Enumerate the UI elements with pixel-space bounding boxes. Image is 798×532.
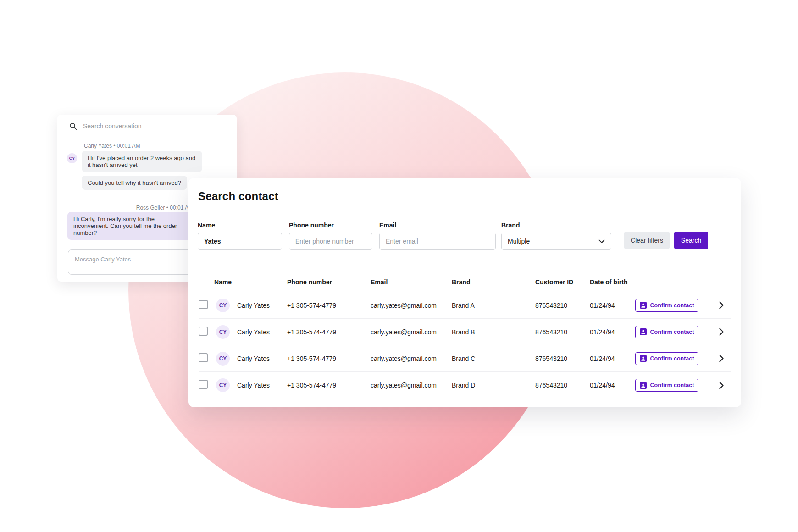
- confirm-contact-button[interactable]: Confirm contact: [635, 299, 698, 312]
- contact-brand: Brand A: [452, 302, 535, 309]
- contact-dob: 01/24/94: [590, 355, 635, 362]
- contact-card-icon: [640, 382, 647, 389]
- results-table: Name Phone number Email Brand Customer I…: [199, 272, 731, 399]
- conversation-search-placeholder: Search conversation: [83, 122, 142, 130]
- table-row[interactable]: CY Carly Yates +1 305-574-4779 carly.yat…: [199, 292, 731, 319]
- search-icon: [69, 122, 77, 130]
- contact-customer-id: 876543210: [535, 355, 590, 362]
- row-expand[interactable]: [711, 328, 731, 336]
- chevron-right-icon: [719, 355, 724, 362]
- phone-input[interactable]: [289, 233, 372, 250]
- avatar: CY: [216, 299, 230, 312]
- header-dob: Date of birth: [590, 278, 635, 286]
- avatar: CY: [216, 325, 230, 339]
- brand-select-value: Multiple: [508, 238, 530, 245]
- contact-email: carly.yates@gmail.com: [371, 328, 452, 336]
- contact-card-icon: [640, 328, 647, 335]
- page-title: Search contact: [198, 190, 278, 203]
- contact-email: carly.yates@gmail.com: [371, 355, 452, 362]
- header-brand: Brand: [452, 278, 535, 286]
- contact-name: Carly Yates: [237, 302, 270, 309]
- table-row[interactable]: CY Carly Yates +1 305-574-4779 carly.yat…: [199, 319, 731, 345]
- clear-filters-button[interactable]: Clear filters: [624, 232, 670, 249]
- contact-dob: 01/24/94: [590, 382, 635, 389]
- message-meta-customer: Carly Yates • 00:01 AM: [84, 143, 140, 149]
- contact-customer-id: 876543210: [535, 302, 590, 309]
- chat-message-bubble: Hi Carly, I'm really sorry for the incon…: [67, 212, 192, 240]
- avatar: CY: [216, 378, 230, 392]
- avatar: CY: [67, 153, 77, 163]
- row-expand[interactable]: [711, 301, 731, 309]
- header-name: Name: [214, 278, 287, 286]
- email-label: Email: [379, 222, 496, 229]
- phone-field-group: Phone number: [289, 222, 372, 250]
- confirm-contact-label: Confirm contact: [650, 329, 694, 335]
- table-header-row: Name Phone number Email Brand Customer I…: [199, 272, 731, 292]
- header-customer-id: Customer ID: [535, 278, 590, 286]
- confirm-contact-label: Confirm contact: [650, 302, 694, 309]
- row-expand[interactable]: [711, 355, 731, 362]
- search-contact-panel: Search contact Name Phone number Email B…: [188, 178, 741, 407]
- scene: Search conversation Carly Yates • 00:01 …: [0, 0, 798, 532]
- confirm-contact-button[interactable]: Confirm contact: [635, 326, 698, 338]
- phone-label: Phone number: [289, 222, 372, 229]
- search-button[interactable]: Search: [674, 232, 708, 249]
- avatar: CY: [216, 352, 230, 366]
- confirm-contact-label: Confirm contact: [650, 382, 694, 388]
- brand-select[interactable]: Multiple: [501, 233, 611, 250]
- email-field-group: Email: [379, 222, 496, 250]
- contact-customer-id: 876543210: [535, 328, 590, 336]
- contact-brand: Brand B: [452, 328, 535, 336]
- conversation-search-bar[interactable]: Search conversation: [69, 119, 229, 133]
- contact-dob: 01/24/94: [590, 302, 635, 309]
- chevron-right-icon: [719, 301, 724, 309]
- row-expand[interactable]: [711, 382, 731, 389]
- email-input[interactable]: [379, 233, 496, 250]
- name-input[interactable]: [198, 233, 282, 250]
- brand-label: Brand: [501, 222, 611, 229]
- contact-phone: +1 305-574-4779: [287, 302, 371, 309]
- header-phone: Phone number: [287, 278, 371, 286]
- contact-dob: 01/24/94: [590, 328, 635, 336]
- contact-name: Carly Yates: [237, 382, 270, 389]
- contact-card-icon: [640, 355, 647, 362]
- chat-message-bubble: Hi! I've placed an order 2 weeks ago and…: [82, 151, 202, 172]
- table-row[interactable]: CY Carly Yates +1 305-574-4779 carly.yat…: [199, 372, 731, 399]
- table-body: CY Carly Yates +1 305-574-4779 carly.yat…: [199, 292, 731, 399]
- chat-message-bubble: Could you tell why it hasn't arrived?: [82, 176, 187, 190]
- contact-brand: Brand D: [452, 382, 535, 389]
- row-checkbox[interactable]: [199, 380, 208, 389]
- contact-brand: Brand C: [452, 355, 535, 362]
- name-label: Name: [198, 222, 282, 229]
- chevron-right-icon: [719, 328, 724, 336]
- table-row[interactable]: CY Carly Yates +1 305-574-4779 carly.yat…: [199, 345, 731, 372]
- contact-phone: +1 305-574-4779: [287, 355, 371, 362]
- confirm-contact-label: Confirm contact: [650, 355, 694, 362]
- contact-phone: +1 305-574-4779: [287, 328, 371, 336]
- contact-email: carly.yates@gmail.com: [371, 382, 452, 389]
- message-meta-agent: Ross Geller • 00:01 AM: [84, 205, 193, 211]
- row-checkbox[interactable]: [199, 300, 208, 309]
- contact-email: carly.yates@gmail.com: [371, 302, 452, 309]
- chevron-right-icon: [719, 382, 724, 389]
- contact-phone: +1 305-574-4779: [287, 382, 371, 389]
- header-email: Email: [371, 278, 452, 286]
- contact-name: Carly Yates: [237, 355, 270, 362]
- name-field-group: Name: [198, 222, 282, 250]
- confirm-contact-button[interactable]: Confirm contact: [635, 352, 698, 365]
- row-checkbox[interactable]: [199, 327, 208, 336]
- contact-card-icon: [640, 302, 647, 309]
- contact-customer-id: 876543210: [535, 382, 590, 389]
- brand-field-group: Brand Multiple: [501, 222, 611, 250]
- chevron-down-icon: [598, 239, 605, 244]
- confirm-contact-button[interactable]: Confirm contact: [635, 379, 698, 392]
- row-checkbox[interactable]: [199, 353, 208, 362]
- contact-name: Carly Yates: [237, 328, 270, 336]
